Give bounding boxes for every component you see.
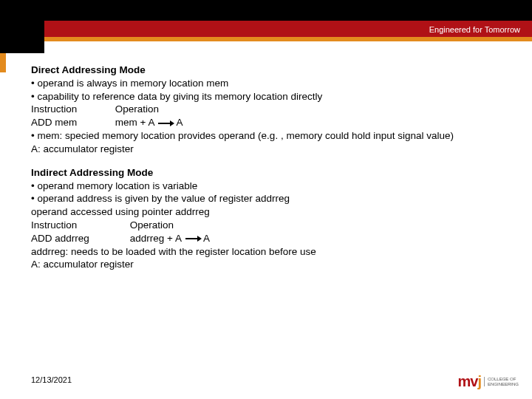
bullet-text: A: accumulator register (31, 258, 510, 271)
header-orange-bar (0, 37, 532, 41)
header-left-block (0, 0, 44, 53)
logo-mark: mvj (458, 373, 481, 390)
instruction-row: ADD mem mem + A A (31, 116, 510, 129)
arrow-icon (185, 236, 202, 242)
instruction-row: ADD addrreg addrreg + A A (31, 232, 510, 245)
operation-right: A (176, 117, 183, 128)
bullet-text: • operand address is given by the value … (31, 192, 510, 205)
section-indirect-addressing: Indirect Addressing Mode • operand memor… (31, 166, 510, 272)
bullet-text: operand accessed using pointer addrreg (31, 205, 510, 219)
footer-logo: mvj COLLEGE OF ENGINEERING (458, 373, 519, 390)
slide-content: Direct Addressing Mode • operand is alwa… (0, 41, 532, 271)
operation-header: Operation (115, 103, 159, 116)
header-left-orange-strip (0, 53, 6, 72)
instruction-header-row: Instruction Operation (31, 219, 510, 232)
section-title: Indirect Addressing Mode (31, 166, 510, 180)
logo-subtext: COLLEGE OF ENGINEERING (484, 377, 519, 386)
bullet-text: • operand memory location is variable (31, 180, 510, 193)
operation-left: mem + A (115, 117, 154, 128)
instruction-value: ADD addrreg (31, 232, 127, 245)
slide-header: Engineered for Tomorrow (0, 0, 532, 41)
header-red-bar: Engineered for Tomorrow (0, 21, 532, 37)
operation-header: Operation (130, 219, 174, 232)
bullet-text: • capability to reference data by giving… (31, 90, 510, 103)
logo-letter-j: j (477, 373, 481, 389)
instruction-value: ADD mem (31, 116, 112, 129)
operation-right: A (203, 233, 210, 244)
arrow-icon (158, 120, 174, 126)
section-direct-addressing: Direct Addressing Mode • operand is alwa… (31, 64, 510, 156)
instruction-header: Instruction (31, 219, 127, 232)
footer-date: 12/13/2021 (31, 375, 72, 384)
logo-letter-v: v (470, 373, 477, 389)
tagline-text: Engineered for Tomorrow (429, 25, 520, 34)
instruction-header: Instruction (31, 103, 112, 116)
logo-letter-m: m (458, 373, 471, 389)
bullet-text: • operand is always in memory location m… (31, 77, 510, 90)
bullet-text: addrreg: needs to be loaded with the reg… (31, 245, 510, 259)
bullet-text: • mem: specied memory location provides … (31, 129, 510, 143)
section-title: Direct Addressing Mode (31, 64, 510, 77)
operation-left: addrreg + A (130, 233, 181, 244)
bullet-text: A: accumulator register (31, 143, 510, 156)
header-black-bar (0, 0, 532, 21)
instruction-header-row: Instruction Operation (31, 103, 510, 116)
